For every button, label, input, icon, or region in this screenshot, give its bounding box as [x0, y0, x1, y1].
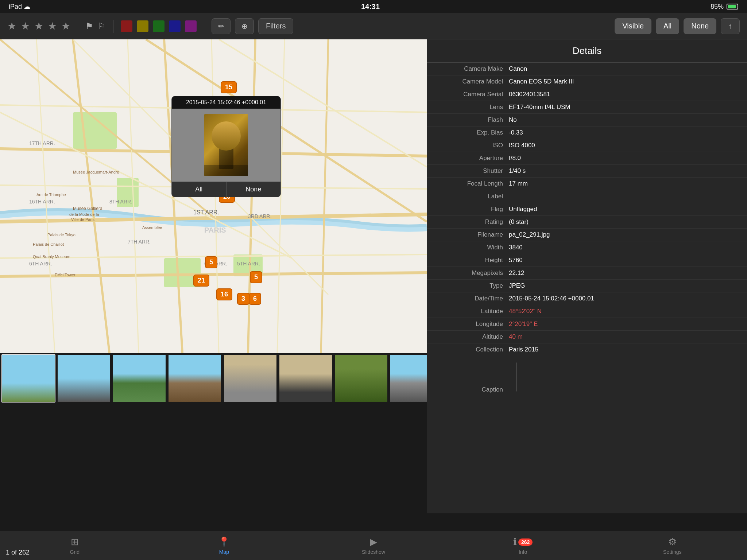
film-thumb-7[interactable] [334, 354, 388, 402]
color-yellow[interactable] [137, 20, 148, 32]
film-thumb-4[interactable] [168, 354, 222, 402]
cluster-6[interactable]: 6 [249, 293, 261, 305]
detail-label: Camera Make [436, 65, 509, 73]
share-icon: ↑ [728, 22, 732, 31]
star-2[interactable]: ★ [21, 20, 30, 32]
svg-text:Arc de Triomphe: Arc de Triomphe [36, 192, 66, 197]
popup-all-button[interactable]: All [172, 182, 227, 197]
caption-label: Caption [436, 386, 509, 393]
detail-row: Camera MakeCanon [427, 63, 747, 75]
cluster-16[interactable]: 16 [216, 288, 232, 300]
cluster-5b[interactable]: 5 [250, 271, 262, 283]
detail-value: 5760 [509, 257, 738, 264]
detail-label: Focal Length [436, 180, 509, 187]
svg-text:1ST ARR.: 1ST ARR. [193, 209, 219, 215]
map-area[interactable]: 17TH ARR. 16TH ARR. 8TH ARR. 6TH ARR. 7T… [0, 39, 427, 353]
nav-map-label: Map [219, 549, 229, 555]
svg-text:Eiffel Tower: Eiffel Tower [55, 273, 76, 277]
settings-icon: ⚙ [668, 536, 677, 548]
share-button[interactable]: ↑ [721, 18, 740, 34]
flag-button-1[interactable]: ⚑ [85, 21, 93, 31]
pencil-button[interactable]: ✏ [212, 18, 231, 34]
svg-text:Palais de Tokyo: Palais de Tokyo [47, 233, 76, 237]
detail-value: ISO 4000 [509, 142, 738, 149]
caption-row: Caption [427, 356, 747, 398]
cluster-3[interactable]: 3 [237, 293, 249, 305]
photo-count: 1 of 262 [6, 549, 30, 556]
popup-none-button[interactable]: None [227, 182, 281, 197]
detail-row: ISOISO 4000 [427, 139, 747, 152]
svg-text:Quai Branly Museum: Quai Branly Museum [33, 254, 70, 259]
detail-row: Latitude48°52'02" N [427, 305, 747, 318]
color-red[interactable] [121, 20, 132, 32]
film-thumb-3[interactable] [112, 354, 166, 402]
film-thumb-1[interactable] [1, 354, 55, 402]
color-green[interactable] [153, 20, 165, 32]
topbar: ★ ★ ★ ★ ★ ⚑ ⚐ ✏ ⊕ Filters Visible All No… [0, 13, 747, 39]
svg-text:8TH ARR.: 8TH ARR. [109, 199, 132, 205]
detail-row: Longitude2°20'19" E [427, 318, 747, 331]
detail-value: pa_02_291.jpg [509, 231, 738, 238]
detail-label: Latitude [436, 308, 509, 315]
cluster-21[interactable]: 21 [193, 275, 209, 287]
color-purple[interactable] [185, 20, 197, 32]
detail-value: JPEG [509, 282, 738, 289]
detail-label: Lens [436, 104, 509, 111]
detail-row: Shutter1/40 s [427, 165, 747, 178]
popup-image-inner [204, 114, 248, 176]
detail-value: 3840 [509, 244, 738, 251]
detail-value: 1/40 s [509, 167, 738, 175]
separator-1 [78, 20, 78, 33]
detail-label: Flash [436, 116, 509, 124]
cluster-5a[interactable]: 5 [205, 256, 217, 268]
film-thumb-5[interactable] [223, 354, 277, 402]
nav-slideshow[interactable]: ▶ Slideshow [299, 536, 448, 555]
crosshair-button[interactable]: ⊕ [235, 18, 254, 34]
caption-area[interactable] [516, 362, 517, 392]
film-thumb-2[interactable] [57, 354, 111, 402]
svg-text:Ville de Paris: Ville de Paris [71, 217, 94, 222]
star-5[interactable]: ★ [61, 20, 70, 32]
detail-value: No [509, 116, 738, 124]
detail-row: FlashNo [427, 114, 747, 127]
grid-icon: ⊞ [71, 536, 79, 548]
svg-text:Musée Galliera: Musée Galliera [73, 206, 102, 211]
detail-label: Camera Serial [436, 91, 509, 98]
nav-settings[interactable]: ⚙ Settings [597, 536, 747, 555]
svg-text:17TH ARR.: 17TH ARR. [29, 140, 55, 146]
svg-text:5TH ARR.: 5TH ARR. [237, 261, 260, 267]
detail-row: LensEF17-40mm f/4L USM [427, 101, 747, 114]
star-3[interactable]: ★ [34, 20, 43, 32]
svg-text:Palais de Chaillot: Palais de Chaillot [33, 242, 64, 246]
filters-button[interactable]: Filters [258, 18, 293, 34]
film-thumb-6[interactable] [279, 354, 333, 402]
star-4[interactable]: ★ [48, 20, 57, 32]
all-button[interactable]: All [656, 18, 679, 34]
nav-info[interactable]: ℹ 262 Info [448, 536, 598, 555]
detail-value: 48°52'02" N [509, 308, 738, 315]
detail-row: Date/Time2015-05-24 15:02:46 +0000.01 [427, 292, 747, 305]
flag-button-2[interactable]: ⚐ [98, 21, 106, 31]
detail-value: EF17-40mm f/4L USM [509, 104, 738, 111]
detail-value: f/8.0 [509, 155, 738, 162]
nav-info-label: Info [519, 549, 527, 555]
detail-label: Megapixels [436, 269, 509, 277]
color-blue[interactable] [169, 20, 181, 32]
svg-text:7TH ARR.: 7TH ARR. [128, 239, 151, 245]
star-1[interactable]: ★ [7, 20, 16, 32]
visible-button[interactable]: Visible [615, 18, 651, 34]
detail-label: Longitude [436, 320, 509, 328]
svg-text:Assemblée: Assemblée [142, 225, 162, 230]
detail-row: Megapixels22.12 [427, 267, 747, 280]
nav-map[interactable]: 📍 Map [150, 536, 299, 555]
cluster-15[interactable]: 15 [221, 81, 237, 93]
detail-label: Date/Time [436, 295, 509, 302]
pencil-icon: ✏ [218, 22, 224, 31]
none-button[interactable]: None [684, 18, 716, 34]
film-thumb-8[interactable] [390, 354, 427, 402]
map-icon: 📍 [218, 536, 230, 548]
detail-label: Shutter [436, 167, 509, 175]
detail-row: Exp. Bias-0.33 [427, 127, 747, 139]
filmstrip [0, 353, 427, 404]
detail-row: FlagUnflagged [427, 203, 747, 216]
